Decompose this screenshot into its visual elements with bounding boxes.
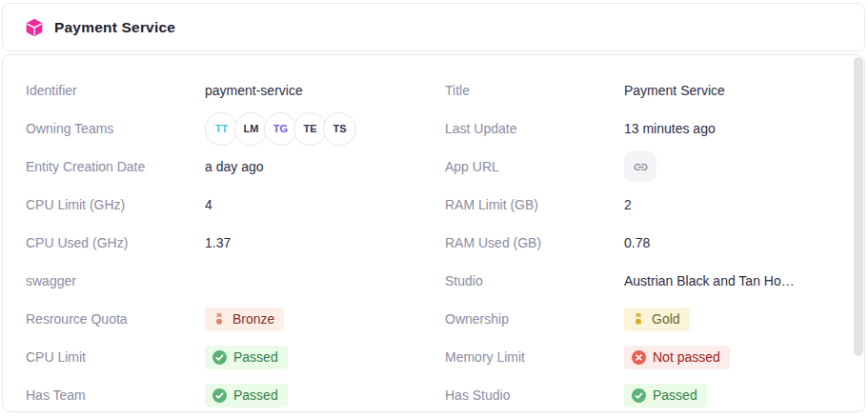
owning-teams-avatars: TT LM TG TE TS <box>205 112 356 146</box>
check-circle-icon <box>212 388 227 403</box>
cube-icon <box>25 18 44 37</box>
row-swagger: swagger <box>26 262 422 300</box>
field-value: payment-service <box>205 83 303 98</box>
field-label: Has Studio <box>445 387 624 403</box>
row-ram-used-gb: RAM Used (GB) 0.78 <box>445 224 841 262</box>
quota-badge-bronze: Bronze <box>205 308 284 331</box>
status-badge-passed: Passed <box>205 384 288 407</box>
team-avatar[interactable]: LM <box>234 112 268 146</box>
field-label: Memory Limit <box>445 349 624 365</box>
details-column-left: Identifier payment-service Owning Teams … <box>26 71 422 412</box>
row-has-studio: Has Studio Passed <box>445 376 841 412</box>
row-cpu-limit-check: CPU Limit Passed <box>26 338 422 376</box>
medal-icon <box>632 312 645 326</box>
field-label: CPU Limit <box>26 349 205 365</box>
details-grid: Identifier payment-service Owning Teams … <box>26 71 841 412</box>
team-avatar[interactable]: TS <box>323 112 356 146</box>
x-circle-icon <box>632 350 646 365</box>
field-value: a day ago <box>205 159 264 174</box>
row-last-update: Last Update 13 minutes ago <box>445 109 841 148</box>
row-entity-creation-date: Entity Creation Date a day ago <box>26 148 422 186</box>
team-avatar[interactable]: TE <box>293 112 327 146</box>
field-label: Owning Teams <box>26 121 205 136</box>
ownership-badge-gold: Gold <box>624 308 690 331</box>
field-label: Last Update <box>445 121 624 136</box>
app-url-link-button[interactable] <box>624 151 656 182</box>
check-circle-icon <box>632 388 646 403</box>
team-avatar[interactable]: TG <box>264 112 297 146</box>
row-title: Title Payment Service <box>445 71 841 109</box>
field-value: Austrian Black and Tan Ho… <box>624 273 795 288</box>
team-avatar[interactable]: TT <box>205 112 238 146</box>
field-label: Resrource Quota <box>26 311 205 327</box>
row-studio: Studio Austrian Black and Tan Ho… <box>445 262 841 300</box>
status-badge-passed: Passed <box>205 346 288 369</box>
field-value: 2 <box>624 197 632 212</box>
field-label: RAM Limit (GB) <box>445 197 624 212</box>
field-label: CPU Used (GHz) <box>26 235 205 250</box>
field-label: Entity Creation Date <box>26 159 205 174</box>
field-label: CPU Limit (GHz) <box>26 197 205 212</box>
field-value: 4 <box>205 197 212 212</box>
entity-header: Payment Service <box>2 3 865 51</box>
status-badge-not-passed: Not passed <box>624 346 730 369</box>
row-memory-limit-check: Memory Limit Not passed <box>445 338 841 376</box>
link-icon <box>633 159 649 175</box>
medal-icon <box>212 312 226 326</box>
field-label: Ownership <box>445 311 624 327</box>
field-label: Title <box>445 83 624 98</box>
field-value: 0.78 <box>624 235 650 250</box>
entity-details-card: Identifier payment-service Owning Teams … <box>2 54 865 412</box>
field-value: Payment Service <box>624 83 725 98</box>
field-value: 13 minutes ago <box>624 121 716 136</box>
row-identifier: Identifier payment-service <box>26 71 422 109</box>
check-circle-icon <box>212 350 227 365</box>
status-badge-passed: Passed <box>624 384 707 407</box>
row-cpu-limit-ghz: CPU Limit (GHz) 4 <box>26 186 422 224</box>
row-ram-limit-gb: RAM Limit (GB) 2 <box>445 186 841 224</box>
field-label: Has Team <box>26 387 205 403</box>
field-value: 1.37 <box>205 235 231 250</box>
field-label: swagger <box>26 273 205 288</box>
page-title: Payment Service <box>54 19 175 36</box>
row-owning-teams: Owning Teams TT LM TG TE TS <box>26 109 422 148</box>
field-label: Studio <box>445 273 624 288</box>
field-label: Identifier <box>26 83 205 98</box>
row-cpu-used-ghz: CPU Used (GHz) 1.37 <box>26 224 422 262</box>
row-ownership: Ownership Gold <box>445 300 841 338</box>
row-app-url: App URL <box>445 148 841 186</box>
row-resource-quota: Resrource Quota Bronze <box>26 300 422 338</box>
vertical-scrollbar[interactable] <box>854 57 863 356</box>
details-column-right: Title Payment Service Last Update 13 min… <box>445 71 841 412</box>
field-label: RAM Used (GB) <box>445 235 624 250</box>
row-has-team: Has Team Passed <box>26 376 422 412</box>
field-label: App URL <box>445 159 624 174</box>
